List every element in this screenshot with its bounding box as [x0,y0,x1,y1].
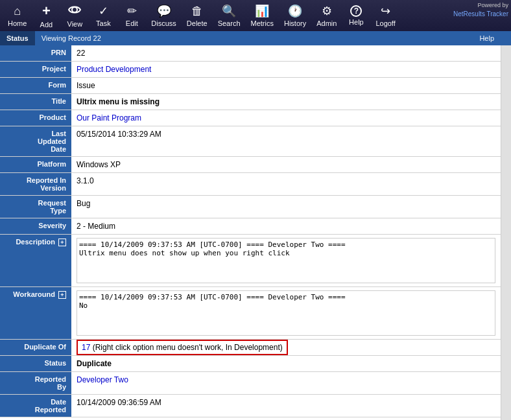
toolbar-home[interactable]: ⌂ Home [3,2,32,30]
workaround-expand-icon[interactable]: + [58,291,66,299]
product-link[interactable]: Our Paint Program [77,113,141,122]
form-value: Issue [71,78,501,94]
platform-label: Platform [0,157,71,173]
toolbar-discuss-label: Discuss [151,19,176,27]
project-label: Project [0,62,71,78]
row-severity: Severity 2 - Medium [0,218,501,235]
request-type-label: RequestType [0,196,71,218]
title-value: Ultrix menu is missing [71,94,501,110]
edit-icon: ✏ [127,4,137,18]
workaround-textarea[interactable]: ==== 10/14/2009 09:37:53 AM [UTC-0700] =… [77,290,495,336]
reported-by-value: Developer Two [71,372,501,395]
add-icon: + [42,3,51,19]
row-request-type: RequestType Bug [0,196,501,218]
description-expand-icon[interactable]: + [58,239,66,246]
toolbar-history-label: History [284,19,306,27]
toolbar-task-label: Task [96,19,111,27]
toolbar-edit[interactable]: ✏ Edit [117,1,146,30]
toolbar-discuss[interactable]: 💬 Discuss [146,1,182,30]
statusbar: Status Viewing Record 22 Help [0,31,511,45]
reported-by-link[interactable]: Developer Two [77,375,128,384]
help-icon: ? [350,5,362,17]
project-link[interactable]: Product Development [77,65,151,74]
toolbar-admin-label: Admin [316,19,337,27]
admin-icon: ⚙ [322,4,332,18]
row-form: Form Issue [0,78,501,94]
brand-link[interactable]: NetResults Tracker [453,10,508,18]
main-area: PRN 22 Project Product Development Form … [0,45,511,420]
reported-in-label: Reported InVersion [0,173,71,196]
task-icon: ✓ [99,4,108,18]
duplicate-of-value: 17 (Right click option menu doesn't work… [71,340,501,356]
product-value: Our Paint Program [71,110,501,126]
status-value: Duplicate [71,356,501,372]
severity-value: 2 - Medium [71,218,501,235]
form-label: Form [0,78,71,94]
date-reported-value: 10/14/2009 09:36:59 AM [71,395,501,417]
row-status: Status Duplicate [0,356,501,372]
discuss-icon: 💬 [157,4,171,18]
row-description: Description + ==== 10/14/2009 09:37:53 A… [0,235,501,287]
toolbar-metrics-label: Metrics [251,19,274,27]
svg-point-0 [72,7,77,12]
viewing-record-text: Viewing Record 22 [35,32,473,44]
toolbar-add-label: Add [40,21,53,29]
scrollbar[interactable] [501,45,511,420]
prn-label: PRN [0,45,71,62]
toolbar: ⌂ Home + Add View ✓ Task ✏ Edit 💬 Discus… [0,0,511,31]
toolbar-view-label: View [67,20,83,28]
row-product: Product Our Paint Program [0,110,501,126]
toolbar-search-label: Search [218,19,241,27]
workaround-label: Workaround + [0,287,71,340]
row-date-reported: DateReported 10/14/2009 09:36:59 AM [0,395,501,417]
platform-value: Windows XP [71,157,501,173]
prn-value: 22 [71,45,501,62]
toolbar-view[interactable]: View [60,1,89,30]
description-label: Description + [0,235,71,287]
description-textarea[interactable]: ==== 10/14/2009 09:37:53 AM [UTC-0700] =… [77,238,495,283]
toolbar-delete-label: Delete [187,19,208,27]
status-tab: Status [0,31,35,45]
toolbar-admin[interactable]: ⚙ Admin [311,1,342,30]
row-prn: PRN 22 [0,45,501,62]
duplicate-of-link[interactable]: 17 [82,343,90,352]
metrics-icon: 📊 [255,4,269,18]
view-icon [68,4,81,19]
toolbar-help-label: Help [349,18,364,26]
reported-in-value: 3.1.0 [71,173,501,196]
help-link[interactable]: Help [473,32,501,44]
row-reported-by: ReportedBy Developer Two [0,372,501,395]
record-content: PRN 22 Project Product Development Form … [0,45,501,420]
toolbar-history[interactable]: 🕐 History [279,1,311,30]
toolbar-edit-label: Edit [126,19,138,27]
delete-icon: 🗑 [191,5,203,18]
search-icon: 🔍 [222,4,236,18]
toolbar-home-label: Home [8,19,27,27]
toolbar-delete[interactable]: 🗑 Delete [182,2,213,30]
row-reported-in: Reported InVersion 3.1.0 [0,173,501,196]
duplicate-of-box: 17 (Right click option menu doesn't work… [77,340,288,355]
date-reported-label: DateReported [0,395,71,417]
status-label: Status [0,356,71,372]
description-value: ==== 10/14/2009 09:37:53 AM [UTC-0700] =… [71,235,501,287]
record-table: PRN 22 Project Product Development Form … [0,45,501,417]
duplicate-of-text: (Right click option menu doesn't work, I… [90,343,282,352]
duplicate-of-label: Duplicate Of [0,340,71,356]
severity-label: Severity [0,218,71,235]
toolbar-help[interactable]: ? Help [342,3,370,29]
toolbar-logoff[interactable]: ↪ Logoff [370,1,400,30]
toolbar-task[interactable]: ✓ Task [89,1,117,30]
row-title: Title Ultrix menu is missing [0,94,501,110]
row-duplicate-of: Duplicate Of 17 (Right click option menu… [0,340,501,356]
toolbar-search[interactable]: 🔍 Search [213,1,246,30]
project-value: Product Development [71,62,501,78]
request-type-value: Bug [71,196,501,218]
toolbar-add[interactable]: + Add [32,0,60,31]
row-platform: Platform Windows XP [0,157,501,173]
row-project: Project Product Development [0,62,501,78]
product-label: Product [0,110,71,126]
title-label: Title [0,94,71,110]
last-updated-label: LastUpdatedDate [0,126,71,157]
last-updated-value: 05/15/2014 10:33:29 AM [71,126,501,157]
toolbar-metrics[interactable]: 📊 Metrics [246,1,279,30]
